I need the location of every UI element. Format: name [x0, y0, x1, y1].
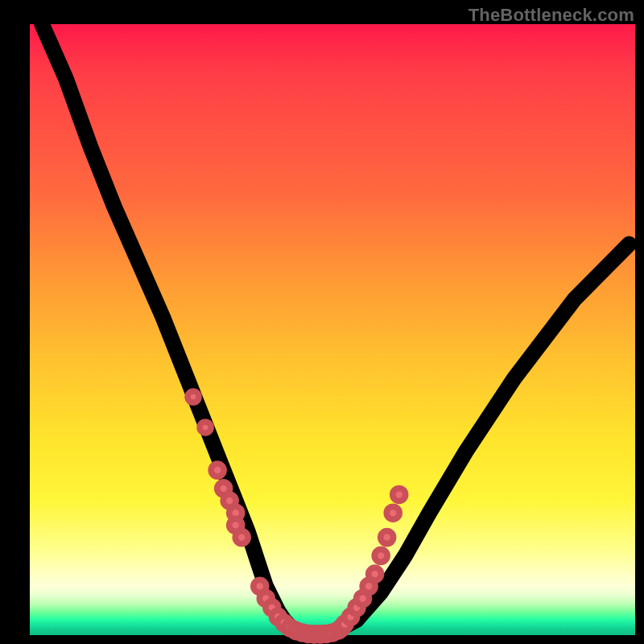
watermark-text: TheBottleneck.com — [469, 5, 634, 26]
chart-svg — [30, 24, 635, 635]
data-point — [369, 568, 382, 580]
bottleneck-curve — [42, 24, 629, 634]
data-point — [393, 488, 406, 501]
data-point — [386, 506, 399, 519]
data-point — [211, 464, 224, 477]
plot-area — [30, 24, 635, 635]
data-point — [381, 531, 394, 544]
data-point — [235, 531, 248, 544]
chart-frame: TheBottleneck.com — [0, 0, 644, 644]
data-point — [374, 549, 387, 562]
data-point — [200, 422, 211, 433]
data-point — [188, 391, 199, 402]
